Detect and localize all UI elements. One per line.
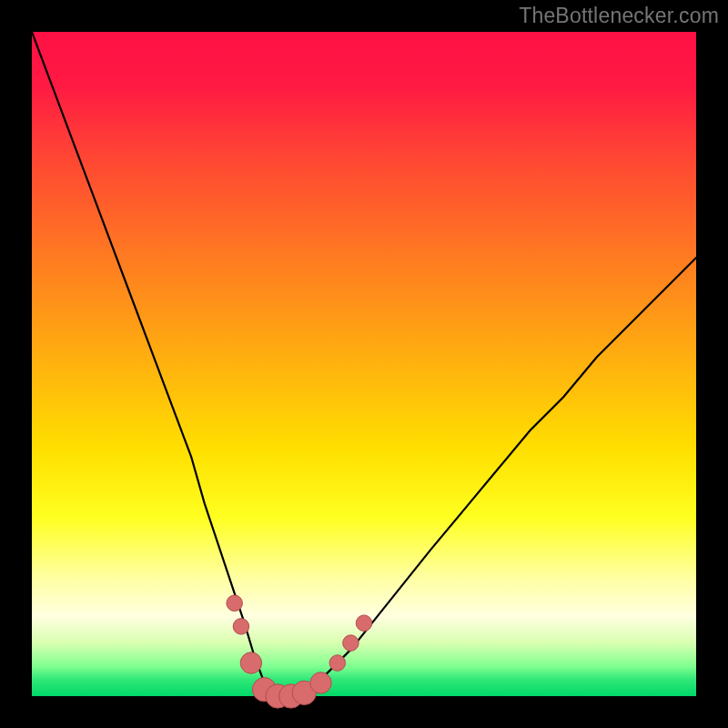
curve-marker [343,635,359,652]
curve-marker [233,619,249,635]
curve-marker [240,652,261,673]
bottleneck-chart [0,0,728,728]
chart-frame: TheBottlenecker.com [0,0,728,728]
curve-marker [329,655,346,672]
curve-marker [227,595,243,612]
plot-background [32,32,696,696]
watermark-text: TheBottlenecker.com [519,4,719,28]
curve-marker [356,615,372,632]
curve-marker [310,672,331,693]
